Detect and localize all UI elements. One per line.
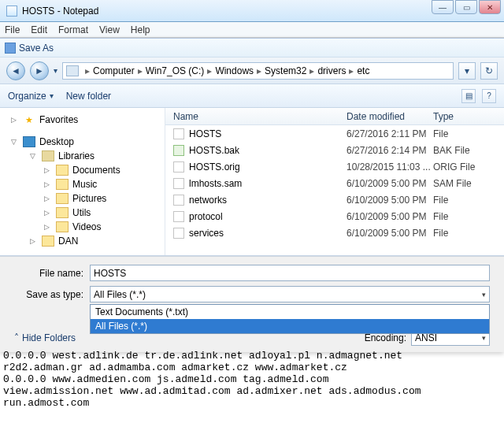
save-as-footer: File name: Save as type: All Files (*.*)…: [0, 256, 504, 352]
save-as-title: Save As: [19, 43, 54, 54]
file-row[interactable]: HOSTS.orig10/28/2015 11:03 ...ORIG File: [165, 158, 504, 175]
tree-favorites[interactable]: ▷★Favorites: [3, 113, 161, 127]
file-name: HOSTS: [189, 128, 346, 139]
file-row[interactable]: HOSTS6/27/2016 2:11 PMFile: [165, 125, 504, 142]
close-button[interactable]: ✕: [479, 0, 501, 14]
notepad-titlebar[interactable]: HOSTS - Notepad — ▭ ✕: [0, 0, 504, 22]
notepad-menubar: File Edit Format View Help: [0, 22, 504, 38]
column-name[interactable]: Name: [173, 111, 346, 122]
saveastype-dropdown: Text Documents (*.txt) All Files (*.*): [90, 304, 490, 334]
type-option-txt[interactable]: Text Documents (*.txt): [91, 305, 489, 319]
file-date: 10/28/2015 11:03 ...: [346, 161, 433, 173]
file-icon: [173, 211, 184, 222]
view-options-button[interactable]: ▤: [461, 89, 476, 103]
chevron-down-icon: ▾: [482, 291, 486, 299]
tree-utils[interactable]: ▷Utils: [3, 206, 161, 220]
crumb-system32[interactable]: System32: [265, 65, 306, 76]
crumb-windows[interactable]: Windows: [215, 65, 254, 76]
notepad-content[interactable]: 0.0.0.0 west.adlink.de tr.de.adlink.net …: [3, 350, 504, 409]
file-type: File: [433, 228, 448, 239]
chevron-down-icon: ▾: [482, 334, 486, 342]
forward-button[interactable]: ►: [30, 61, 49, 80]
file-type: BAK File: [433, 145, 470, 156]
tree-desktop[interactable]: ▽Desktop: [3, 135, 161, 149]
navigation-pane[interactable]: ▷★Favorites ▽Desktop ▽Libraries ▷Documen…: [0, 108, 165, 255]
file-type: File: [433, 128, 448, 139]
type-option-all[interactable]: All Files (*.*): [91, 319, 489, 333]
file-date: 6/27/2016 2:14 PM: [346, 145, 433, 156]
file-name: HOSTS.bak: [189, 145, 346, 156]
tree-videos[interactable]: ▷Videos: [3, 220, 161, 234]
computer-icon: [66, 65, 79, 76]
chevron-down-icon: ▾: [50, 91, 54, 100]
file-name: networks: [189, 195, 346, 206]
filename-label: File name:: [14, 268, 90, 279]
tree-libraries[interactable]: ▽Libraries: [3, 149, 161, 163]
menu-help[interactable]: Help: [131, 24, 150, 35]
maximize-button[interactable]: ▭: [455, 0, 477, 14]
file-list-pane: Name Date modified Type HOSTS6/27/2016 2…: [165, 108, 504, 255]
tree-pictures[interactable]: ▷Pictures: [3, 191, 161, 206]
menu-format[interactable]: Format: [58, 24, 88, 35]
navigation-row: ◄ ► ▾ ▸Computer ▸Win7_OS (C:) ▸Windows ▸…: [0, 58, 504, 84]
file-date: 6/27/2016 2:11 PM: [346, 128, 433, 139]
breadcrumb-dropdown-button[interactable]: ▾: [458, 62, 476, 80]
file-name: lmhosts.sam: [189, 178, 346, 189]
filename-input[interactable]: [90, 265, 490, 281]
file-name: protocol: [189, 211, 346, 222]
file-icon: [173, 195, 184, 206]
file-date: 6/10/2009 5:00 PM: [346, 211, 433, 222]
save-as-titlebar[interactable]: Save As: [0, 39, 504, 58]
notepad-icon: [6, 6, 17, 17]
toolbar: Organize ▾ New folder ▤ ?: [0, 84, 504, 108]
organize-button[interactable]: Organize ▾: [8, 91, 54, 102]
save-as-dialog: Save As ◄ ► ▾ ▸Computer ▸Win7_OS (C:) ▸W…: [0, 38, 504, 352]
file-date: 6/10/2009 5:00 PM: [346, 178, 433, 189]
help-button[interactable]: ?: [482, 89, 496, 103]
file-icon: [173, 128, 184, 139]
history-dropdown-icon[interactable]: ▾: [54, 66, 57, 75]
crumb-drivers[interactable]: drivers: [317, 65, 346, 76]
file-row[interactable]: protocol6/10/2009 5:00 PMFile: [165, 208, 504, 224]
hide-folders-button[interactable]: ˄ Hide Folders: [14, 332, 76, 343]
file-row[interactable]: networks6/10/2009 5:00 PMFile: [165, 191, 504, 208]
file-type: ORIG File: [433, 161, 475, 173]
file-date: 6/10/2009 5:00 PM: [346, 195, 433, 206]
save-icon: [5, 43, 16, 54]
saveastype-combo[interactable]: All Files (*.*) ▾: [90, 286, 490, 302]
crumb-computer[interactable]: Computer: [93, 65, 135, 76]
file-row[interactable]: services6/10/2009 5:00 PMFile: [165, 224, 504, 241]
column-type[interactable]: Type: [433, 111, 504, 122]
file-row[interactable]: HOSTS.bak6/27/2016 2:14 PMBAK File: [165, 142, 504, 158]
file-type: SAM File: [433, 178, 472, 189]
crumb-drive[interactable]: Win7_OS (C:): [146, 65, 205, 76]
refresh-button[interactable]: ↻: [480, 62, 498, 80]
tree-documents[interactable]: ▷Documents: [3, 163, 161, 177]
file-icon: [173, 161, 184, 173]
file-icon: [173, 178, 184, 189]
breadcrumb[interactable]: ▸Computer ▸Win7_OS (C:) ▸Windows ▸System…: [62, 62, 454, 80]
file-date: 6/10/2009 5:00 PM: [346, 228, 433, 239]
back-button[interactable]: ◄: [6, 61, 25, 80]
chevron-up-icon: ˄: [14, 332, 19, 343]
tree-dan[interactable]: ▷DAN: [3, 234, 161, 248]
file-name: HOSTS.orig: [189, 161, 346, 173]
file-name: services: [189, 228, 346, 239]
file-type: File: [433, 211, 448, 222]
menu-edit[interactable]: Edit: [31, 24, 47, 35]
menu-view[interactable]: View: [99, 24, 120, 35]
file-type: File: [433, 195, 448, 206]
saveastype-label: Save as type:: [14, 289, 90, 300]
crumb-etc[interactable]: etc: [357, 65, 369, 76]
window-title: HOSTS - Notepad: [22, 6, 98, 17]
menu-file[interactable]: File: [5, 24, 20, 35]
tree-music[interactable]: ▷Music: [3, 177, 161, 191]
new-folder-button[interactable]: New folder: [66, 91, 111, 102]
file-icon: [173, 228, 184, 239]
file-row[interactable]: lmhosts.sam6/10/2009 5:00 PMSAM File: [165, 175, 504, 191]
column-date[interactable]: Date modified: [346, 111, 433, 122]
minimize-button[interactable]: —: [432, 0, 454, 14]
file-icon: [173, 145, 184, 156]
